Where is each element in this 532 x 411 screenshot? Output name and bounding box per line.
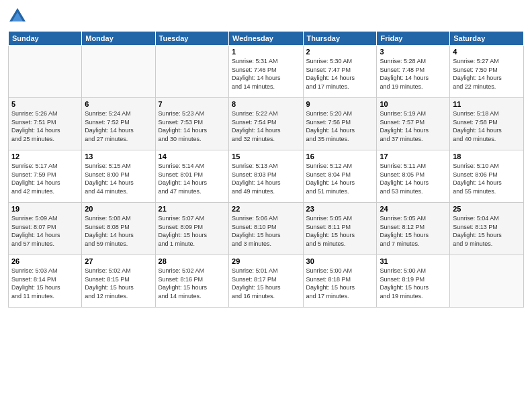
calendar-cell [450,255,524,308]
calendar-cell: 12Sunrise: 5:17 AM Sunset: 7:59 PM Dayli… [9,150,82,203]
day-info: Sunrise: 5:01 AM Sunset: 8:17 PM Dayligh… [232,267,300,300]
day-number: 6 [85,100,152,108]
day-info: Sunrise: 5:26 AM Sunset: 7:51 PM Dayligh… [11,109,79,143]
day-info: Sunrise: 5:05 AM Sunset: 8:12 PM Dayligh… [380,214,447,248]
calendar-week: 1Sunrise: 5:31 AM Sunset: 7:46 PM Daylig… [9,46,524,98]
calendar-cell: 2Sunrise: 5:30 AM Sunset: 7:47 PM Daylig… [303,46,377,98]
logo-icon [8,7,27,26]
page-container: SundayMondayTuesdayWednesdayThursdayFrid… [0,0,532,411]
calendar-week: 5Sunrise: 5:26 AM Sunset: 7:51 PM Daylig… [9,98,524,150]
calendar-cell: 30Sunrise: 5:00 AM Sunset: 8:18 PM Dayli… [303,255,377,308]
day-info: Sunrise: 5:00 AM Sunset: 8:18 PM Dayligh… [306,267,374,300]
day-info: Sunrise: 5:31 AM Sunset: 7:46 PM Dayligh… [232,57,300,91]
day-number: 8 [232,100,300,108]
day-info: Sunrise: 5:05 AM Sunset: 8:11 PM Dayligh… [306,214,374,248]
day-number: 10 [380,100,447,108]
day-number: 23 [306,205,374,213]
day-number: 29 [232,257,300,265]
day-number: 28 [159,257,226,265]
calendar-cell [9,46,82,98]
calendar-cell: 5Sunrise: 5:26 AM Sunset: 7:51 PM Daylig… [9,98,82,150]
calendar-cell: 29Sunrise: 5:01 AM Sunset: 8:17 PM Dayli… [229,255,304,308]
weekday-header: Friday [377,32,450,46]
day-info: Sunrise: 5:06 AM Sunset: 8:10 PM Dayligh… [232,214,300,248]
day-number: 9 [306,100,374,108]
calendar-cell: 18Sunrise: 5:10 AM Sunset: 8:06 PM Dayli… [450,150,524,203]
calendar-cell: 9Sunrise: 5:20 AM Sunset: 7:56 PM Daylig… [303,98,377,150]
calendar-cell: 11Sunrise: 5:18 AM Sunset: 7:58 PM Dayli… [450,98,524,150]
weekday-header: Monday [82,32,155,46]
day-number: 15 [232,152,300,161]
day-number: 11 [453,100,521,108]
calendar: SundayMondayTuesdayWednesdayThursdayFrid… [8,31,524,308]
day-number: 5 [11,100,79,108]
day-info: Sunrise: 5:04 AM Sunset: 8:13 PM Dayligh… [453,214,521,248]
day-number: 30 [306,257,374,265]
calendar-cell: 21Sunrise: 5:07 AM Sunset: 8:09 PM Dayli… [155,203,228,255]
day-number: 14 [159,152,226,161]
day-info: Sunrise: 5:07 AM Sunset: 8:09 PM Dayligh… [159,214,226,248]
day-number: 21 [159,205,226,213]
day-number: 31 [380,257,447,265]
calendar-cell: 23Sunrise: 5:05 AM Sunset: 8:11 PM Dayli… [303,203,377,255]
calendar-body: 1Sunrise: 5:31 AM Sunset: 7:46 PM Daylig… [9,46,524,308]
calendar-header: SundayMondayTuesdayWednesdayThursdayFrid… [9,32,524,46]
day-number: 17 [380,152,447,161]
calendar-cell: 7Sunrise: 5:23 AM Sunset: 7:53 PM Daylig… [155,98,228,150]
day-info: Sunrise: 5:00 AM Sunset: 8:19 PM Dayligh… [380,267,447,300]
calendar-cell: 14Sunrise: 5:14 AM Sunset: 8:01 PM Dayli… [155,150,228,203]
calendar-week: 26Sunrise: 5:03 AM Sunset: 8:14 PM Dayli… [9,255,524,308]
day-number: 12 [11,152,79,161]
day-info: Sunrise: 5:22 AM Sunset: 7:54 PM Dayligh… [232,109,300,143]
day-number: 3 [380,48,447,56]
calendar-week: 12Sunrise: 5:17 AM Sunset: 7:59 PM Dayli… [9,150,524,203]
day-number: 2 [306,48,374,56]
weekday-header: Sunday [9,32,82,46]
day-number: 7 [159,100,226,108]
day-number: 27 [85,257,152,265]
weekday-header: Tuesday [155,32,228,46]
day-info: Sunrise: 5:11 AM Sunset: 8:05 PM Dayligh… [380,162,447,195]
calendar-cell: 8Sunrise: 5:22 AM Sunset: 7:54 PM Daylig… [229,98,304,150]
calendar-cell: 19Sunrise: 5:09 AM Sunset: 8:07 PM Dayli… [9,203,82,255]
calendar-cell: 16Sunrise: 5:12 AM Sunset: 8:04 PM Dayli… [303,150,377,203]
calendar-cell: 17Sunrise: 5:11 AM Sunset: 8:05 PM Dayli… [377,150,450,203]
day-info: Sunrise: 5:02 AM Sunset: 8:15 PM Dayligh… [85,267,152,300]
weekday-header: Wednesday [229,32,304,46]
calendar-cell: 22Sunrise: 5:06 AM Sunset: 8:10 PM Dayli… [229,203,304,255]
day-number: 26 [11,257,79,265]
day-number: 20 [85,205,152,213]
day-info: Sunrise: 5:18 AM Sunset: 7:58 PM Dayligh… [453,109,521,143]
day-info: Sunrise: 5:03 AM Sunset: 8:14 PM Dayligh… [11,267,79,300]
weekday-row: SundayMondayTuesdayWednesdayThursdayFrid… [9,32,524,46]
day-number: 22 [232,205,300,213]
day-number: 18 [453,152,521,161]
calendar-cell: 27Sunrise: 5:02 AM Sunset: 8:15 PM Dayli… [82,255,155,308]
day-info: Sunrise: 5:08 AM Sunset: 8:08 PM Dayligh… [85,214,152,248]
day-number: 24 [380,205,447,213]
day-info: Sunrise: 5:24 AM Sunset: 7:52 PM Dayligh… [85,109,152,143]
day-info: Sunrise: 5:17 AM Sunset: 7:59 PM Dayligh… [11,162,79,195]
day-info: Sunrise: 5:19 AM Sunset: 7:57 PM Dayligh… [380,109,447,143]
day-number: 4 [453,48,521,56]
day-number: 13 [85,152,152,161]
calendar-cell: 20Sunrise: 5:08 AM Sunset: 8:08 PM Dayli… [82,203,155,255]
day-info: Sunrise: 5:12 AM Sunset: 8:04 PM Dayligh… [306,162,374,195]
day-info: Sunrise: 5:13 AM Sunset: 8:03 PM Dayligh… [232,162,300,195]
calendar-cell: 15Sunrise: 5:13 AM Sunset: 8:03 PM Dayli… [229,150,304,203]
day-info: Sunrise: 5:15 AM Sunset: 8:00 PM Dayligh… [85,162,152,195]
weekday-header: Thursday [303,32,377,46]
day-number: 1 [232,48,300,56]
day-info: Sunrise: 5:02 AM Sunset: 8:16 PM Dayligh… [159,267,226,300]
day-info: Sunrise: 5:20 AM Sunset: 7:56 PM Dayligh… [306,109,374,143]
calendar-cell: 4Sunrise: 5:27 AM Sunset: 7:50 PM Daylig… [450,46,524,98]
calendar-cell [155,46,228,98]
calendar-cell: 26Sunrise: 5:03 AM Sunset: 8:14 PM Dayli… [9,255,82,308]
day-info: Sunrise: 5:23 AM Sunset: 7:53 PM Dayligh… [159,109,226,143]
calendar-cell: 31Sunrise: 5:00 AM Sunset: 8:19 PM Dayli… [377,255,450,308]
weekday-header: Saturday [450,32,524,46]
calendar-cell: 13Sunrise: 5:15 AM Sunset: 8:00 PM Dayli… [82,150,155,203]
header [8,7,524,26]
day-number: 19 [11,205,79,213]
day-info: Sunrise: 5:10 AM Sunset: 8:06 PM Dayligh… [453,162,521,195]
